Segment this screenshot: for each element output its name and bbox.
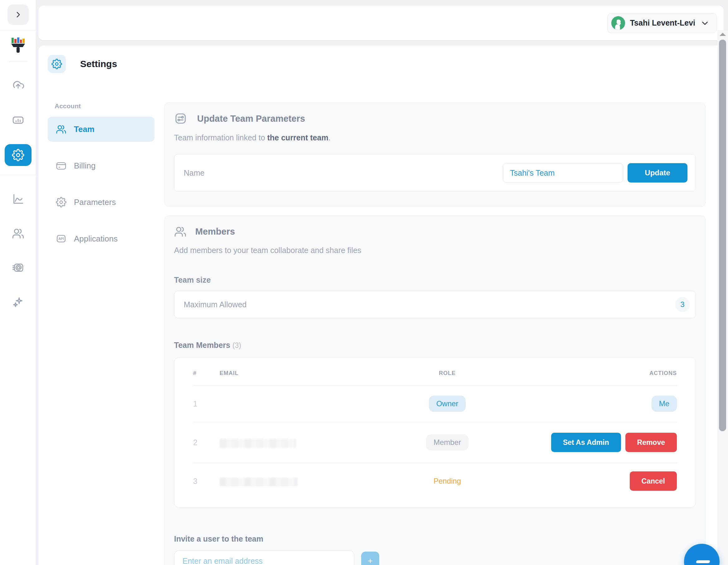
divider — [9, 61, 27, 62]
row-number: 1 — [193, 399, 220, 408]
divider — [0, 30, 36, 30]
me-badge: Me — [652, 396, 677, 412]
settings-page: Settings Account Team — [38, 46, 724, 565]
team-members-label: Team Members (3) — [174, 341, 696, 350]
subnav-item-label: Team — [74, 124, 95, 134]
role-badge: Member — [426, 434, 468, 451]
rail-item-upload[interactable] — [7, 75, 29, 96]
scrollbar-track[interactable] — [717, 30, 728, 565]
user-name: Tsahi Levent-Levi — [630, 18, 695, 27]
add-member-button[interactable]: + — [361, 552, 379, 565]
at-mention-icon — [12, 261, 24, 274]
chat-lines-icon — [694, 560, 710, 565]
users-icon — [174, 225, 187, 238]
rail-item-contact[interactable] — [7, 257, 29, 278]
col-actions: ACTIONS — [535, 370, 677, 377]
members-table: # EMAIL ROLE ACTIONS 1 Owner Me 2 — [174, 357, 696, 508]
subnav-item-billing[interactable]: Billing — [48, 153, 154, 178]
update-team-card: Update Team Parameters Team information … — [164, 102, 706, 207]
card-subtitle: Add members to your team collaborate and… — [174, 246, 696, 255]
team-name-input[interactable] — [503, 163, 623, 183]
col-email: EMAIL — [220, 370, 360, 377]
users-icon — [56, 124, 66, 134]
rail-item-settings[interactable] — [5, 144, 32, 166]
sidebar-expand-button[interactable] — [7, 4, 29, 25]
rail-item-analytics[interactable] — [7, 189, 29, 209]
pending-status: Pending — [434, 477, 461, 485]
team-name-row: Name Update — [174, 154, 696, 192]
cancel-button[interactable]: Cancel — [630, 471, 677, 491]
scrollbar-thumb[interactable] — [719, 40, 726, 431]
scrollbar-up-arrow[interactable] — [720, 33, 726, 36]
settings-subnav: Account Team Bil — [48, 102, 154, 565]
svg-text:API: API — [58, 237, 64, 241]
card-title: Members — [195, 226, 235, 237]
subnav-item-label: Parameters — [74, 197, 116, 207]
max-allowed-row: Maximum Allowed 3 — [174, 291, 696, 318]
name-label: Name — [184, 168, 205, 178]
rail-item-dashboard[interactable] — [7, 110, 29, 130]
line-chart-icon — [12, 193, 24, 205]
topbar: Tsahi Levent-Levi — [38, 6, 724, 40]
subnav-item-label: Billing — [74, 161, 95, 171]
remove-button[interactable]: Remove — [625, 433, 677, 452]
row-number: 3 — [193, 477, 220, 486]
col-role: ROLE — [360, 370, 535, 377]
subnav-item-applications[interactable]: API Applications — [48, 226, 154, 251]
chevron-down-icon — [700, 18, 710, 28]
gear-icon — [12, 149, 24, 161]
team-members-count: (3) — [232, 341, 241, 349]
card-subtitle: Team information linked to the current t… — [174, 133, 696, 142]
card-title: Update Team Parameters — [197, 114, 305, 124]
page-title: Settings — [80, 59, 117, 69]
max-allowed-value: 3 — [675, 297, 690, 312]
sparkles-icon — [12, 296, 24, 308]
subnav-item-team[interactable]: Team — [48, 117, 154, 142]
settings-gear-icon — [48, 55, 66, 73]
sliders-icon — [174, 112, 187, 125]
email-redacted — [220, 439, 296, 448]
role-badge: Owner — [429, 396, 466, 412]
api-icon: API — [56, 233, 66, 244]
set-as-admin-button[interactable]: Set As Admin — [551, 433, 621, 452]
bar-chart-icon — [12, 114, 24, 126]
credit-card-icon — [56, 160, 66, 171]
cloud-upload-icon — [12, 80, 24, 92]
members-card: Members Add members to your team collabo… — [164, 216, 706, 565]
user-menu[interactable]: Tsahi Levent-Levi — [607, 13, 717, 33]
email-redacted — [220, 478, 298, 486]
table-row: 1 Owner Me — [193, 386, 677, 422]
table-row: 3 Pending Cancel — [193, 463, 677, 499]
users-icon — [12, 227, 24, 240]
row-number: 2 — [193, 438, 220, 447]
invite-label: Invite a user to the team — [174, 534, 696, 543]
subnav-section-label: Account — [48, 102, 154, 110]
rail-item-team[interactable] — [7, 223, 29, 244]
chevron-right-icon — [14, 11, 22, 19]
settings-content: Update Team Parameters Team information … — [164, 102, 706, 565]
update-button[interactable]: Update — [628, 163, 687, 183]
col-number: # — [193, 370, 220, 377]
subnav-item-label: Applications — [74, 234, 118, 244]
max-allowed-label: Maximum Allowed — [184, 300, 246, 309]
subnav-item-parameters[interactable]: Parameters — [48, 190, 154, 215]
app-logo-paintbrush-icon[interactable] — [10, 36, 26, 55]
table-header-row: # EMAIL ROLE ACTIONS — [193, 370, 677, 385]
page-header: Settings — [48, 55, 706, 73]
icon-rail — [0, 0, 36, 565]
rail-item-insights[interactable] — [7, 292, 29, 312]
gear-icon — [56, 197, 66, 207]
invite-email-input[interactable] — [174, 550, 354, 565]
user-avatar — [611, 16, 625, 30]
divider — [0, 175, 36, 175]
table-row: 2 Member Set As Admin Remove — [193, 422, 677, 463]
team-size-label: Team size — [174, 275, 696, 285]
